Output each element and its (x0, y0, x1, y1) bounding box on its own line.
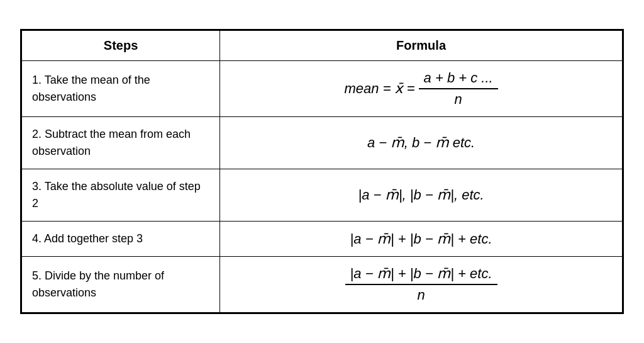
divide-numerator: |a − m̄| + |b − m̄| + etc. (345, 266, 497, 285)
table-row: 1. Take the mean of the observations mea… (22, 61, 623, 117)
add-together-formula: |a − m̄| + |b − m̄| + etc. (350, 231, 492, 247)
step-1-text: 1. Take the mean of the observations (22, 61, 220, 117)
header-formula: Formula (220, 31, 623, 61)
divide-denominator: n (412, 285, 430, 303)
table-row: 3. Take the absolute value of step 2 |a … (22, 169, 623, 222)
mean-text: mean = x̄ = (344, 81, 414, 97)
step-4-text: 4. Add together step 3 (22, 222, 220, 257)
header-steps: Steps (22, 31, 220, 61)
formula-2: a − m̄, b − m̄ etc. (220, 117, 623, 169)
steps-formula-table: Steps Formula 1. Take the mean of the ob… (21, 30, 623, 313)
mean-formula-display: mean = x̄ = a + b + c ... n (344, 70, 497, 108)
fraction-numerator: a + b + c ... (419, 70, 498, 89)
table-row: 2. Subtract the mean from each observati… (22, 117, 623, 169)
formula-4: |a − m̄| + |b − m̄| + etc. (220, 222, 623, 257)
formula-3: |a − m̄|, |b − m̄|, etc. (220, 169, 623, 222)
divide-fraction: |a − m̄| + |b − m̄| + etc. n (345, 266, 497, 303)
formula-1: mean = x̄ = a + b + c ... n (220, 61, 623, 117)
table-row: 4. Add together step 3 |a − m̄| + |b − m… (22, 222, 623, 257)
absolute-value-formula: |a − m̄|, |b − m̄|, etc. (358, 187, 484, 203)
fraction-denominator: n (450, 89, 467, 108)
mean-fraction: a + b + c ... n (419, 70, 498, 108)
table-row: 5. Divide by the number of observations … (22, 257, 623, 313)
step-3-text: 3. Take the absolute value of step 2 (22, 169, 220, 222)
subtract-mean-formula: a (367, 135, 375, 150)
formula-5: |a − m̄| + |b − m̄| + etc. n (220, 257, 623, 313)
step-2-text: 2. Subtract the mean from each observati… (22, 117, 220, 169)
step-5-text: 5. Divide by the number of observations (22, 257, 220, 313)
main-table-container: Steps Formula 1. Take the mean of the ob… (20, 29, 624, 314)
